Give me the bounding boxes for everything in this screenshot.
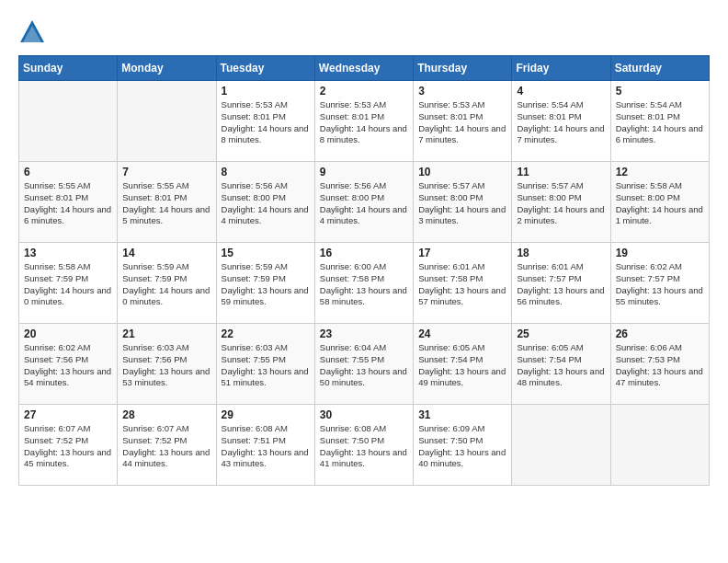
calendar-cell: 4Sunrise: 5:54 AM Sunset: 8:01 PM Daylig… xyxy=(512,81,610,162)
calendar-cell: 3Sunrise: 5:53 AM Sunset: 8:01 PM Daylig… xyxy=(414,81,512,162)
day-number: 24 xyxy=(418,327,506,340)
day-info: Sunrise: 6:02 AM Sunset: 7:57 PM Dayligh… xyxy=(616,261,704,308)
day-number: 9 xyxy=(320,166,408,178)
calendar-cell: 8Sunrise: 5:56 AM Sunset: 8:00 PM Daylig… xyxy=(216,162,314,243)
day-info: Sunrise: 5:56 AM Sunset: 8:00 PM Dayligh… xyxy=(320,180,408,227)
day-number: 20 xyxy=(24,327,112,340)
weekday-header-sunday: Sunday xyxy=(19,56,118,81)
calendar-cell: 12Sunrise: 5:58 AM Sunset: 8:00 PM Dayli… xyxy=(610,162,709,243)
day-info: Sunrise: 5:53 AM Sunset: 8:01 PM Dayligh… xyxy=(222,99,310,146)
day-info: Sunrise: 6:06 AM Sunset: 7:53 PM Dayligh… xyxy=(616,342,704,389)
calendar-cell: 10Sunrise: 5:57 AM Sunset: 8:00 PM Dayli… xyxy=(414,162,512,243)
day-info: Sunrise: 6:03 AM Sunset: 7:56 PM Dayligh… xyxy=(122,342,210,389)
day-number: 12 xyxy=(616,166,704,178)
day-number: 26 xyxy=(616,327,704,340)
day-info: Sunrise: 6:07 AM Sunset: 7:52 PM Dayligh… xyxy=(24,423,112,470)
day-number: 29 xyxy=(222,408,310,421)
calendar-cell: 29Sunrise: 6:08 AM Sunset: 7:51 PM Dayli… xyxy=(216,405,314,486)
day-number: 18 xyxy=(517,247,605,259)
day-info: Sunrise: 5:56 AM Sunset: 8:00 PM Dayligh… xyxy=(222,180,310,227)
day-number: 30 xyxy=(320,408,408,421)
week-row-4: 20Sunrise: 6:02 AM Sunset: 7:56 PM Dayli… xyxy=(19,324,710,405)
day-number: 4 xyxy=(517,85,605,98)
calendar-cell: 16Sunrise: 6:00 AM Sunset: 7:58 PM Dayli… xyxy=(314,243,413,324)
calendar-table: SundayMondayTuesdayWednesdayThursdayFrid… xyxy=(18,55,710,486)
day-info: Sunrise: 5:53 AM Sunset: 8:01 PM Dayligh… xyxy=(418,99,506,146)
week-row-3: 13Sunrise: 5:58 AM Sunset: 7:59 PM Dayli… xyxy=(19,243,710,324)
weekday-header-monday: Monday xyxy=(118,56,216,81)
day-info: Sunrise: 6:03 AM Sunset: 7:55 PM Dayligh… xyxy=(222,342,310,389)
calendar-cell: 18Sunrise: 6:01 AM Sunset: 7:57 PM Dayli… xyxy=(512,243,610,324)
calendar-cell: 2Sunrise: 5:53 AM Sunset: 8:01 PM Daylig… xyxy=(314,81,413,162)
week-row-5: 27Sunrise: 6:07 AM Sunset: 7:52 PM Dayli… xyxy=(19,405,710,486)
day-info: Sunrise: 6:04 AM Sunset: 7:55 PM Dayligh… xyxy=(320,342,408,389)
day-info: Sunrise: 6:01 AM Sunset: 7:58 PM Dayligh… xyxy=(418,261,506,308)
day-info: Sunrise: 5:55 AM Sunset: 8:01 PM Dayligh… xyxy=(122,180,210,227)
calendar-cell: 9Sunrise: 5:56 AM Sunset: 8:00 PM Daylig… xyxy=(314,162,413,243)
day-info: Sunrise: 6:08 AM Sunset: 7:50 PM Dayligh… xyxy=(320,423,408,470)
calendar-cell: 22Sunrise: 6:03 AM Sunset: 7:55 PM Dayli… xyxy=(216,324,314,405)
day-number: 2 xyxy=(320,85,408,98)
calendar-cell: 23Sunrise: 6:04 AM Sunset: 7:55 PM Dayli… xyxy=(314,324,413,405)
week-row-2: 6Sunrise: 5:55 AM Sunset: 8:01 PM Daylig… xyxy=(19,162,710,243)
day-info: Sunrise: 5:54 AM Sunset: 8:01 PM Dayligh… xyxy=(517,99,605,146)
day-number: 17 xyxy=(418,247,506,259)
calendar-cell: 24Sunrise: 6:05 AM Sunset: 7:54 PM Dayli… xyxy=(414,324,512,405)
day-number: 1 xyxy=(222,85,310,98)
day-number: 16 xyxy=(320,247,408,259)
weekday-header-saturday: Saturday xyxy=(610,56,709,81)
calendar-cell: 30Sunrise: 6:08 AM Sunset: 7:50 PM Dayli… xyxy=(314,405,413,486)
weekday-header-row: SundayMondayTuesdayWednesdayThursdayFrid… xyxy=(19,56,710,81)
day-number: 31 xyxy=(418,408,506,421)
logo-icon xyxy=(18,18,46,46)
day-number: 15 xyxy=(222,247,310,259)
calendar-cell: 14Sunrise: 5:59 AM Sunset: 7:59 PM Dayli… xyxy=(118,243,216,324)
calendar-cell xyxy=(118,81,216,162)
day-info: Sunrise: 5:59 AM Sunset: 7:59 PM Dayligh… xyxy=(222,261,310,308)
calendar-cell: 19Sunrise: 6:02 AM Sunset: 7:57 PM Dayli… xyxy=(610,243,709,324)
calendar-cell: 11Sunrise: 5:57 AM Sunset: 8:00 PM Dayli… xyxy=(512,162,610,243)
calendar-cell xyxy=(19,81,118,162)
calendar-cell: 31Sunrise: 6:09 AM Sunset: 7:50 PM Dayli… xyxy=(414,405,512,486)
day-number: 25 xyxy=(517,327,605,340)
day-number: 14 xyxy=(122,247,210,259)
day-info: Sunrise: 6:08 AM Sunset: 7:51 PM Dayligh… xyxy=(222,423,310,470)
calendar-cell xyxy=(610,405,709,486)
page-header xyxy=(18,18,710,46)
day-number: 5 xyxy=(616,85,704,98)
logo xyxy=(18,18,50,46)
day-number: 3 xyxy=(418,85,506,98)
calendar-cell: 17Sunrise: 6:01 AM Sunset: 7:58 PM Dayli… xyxy=(414,243,512,324)
calendar-cell: 1Sunrise: 5:53 AM Sunset: 8:01 PM Daylig… xyxy=(216,81,314,162)
day-number: 28 xyxy=(122,408,210,421)
day-info: Sunrise: 5:59 AM Sunset: 7:59 PM Dayligh… xyxy=(122,261,210,308)
day-number: 27 xyxy=(24,408,112,421)
calendar-cell: 13Sunrise: 5:58 AM Sunset: 7:59 PM Dayli… xyxy=(19,243,118,324)
day-info: Sunrise: 6:02 AM Sunset: 7:56 PM Dayligh… xyxy=(24,342,112,389)
day-number: 6 xyxy=(24,166,112,178)
calendar-cell: 21Sunrise: 6:03 AM Sunset: 7:56 PM Dayli… xyxy=(118,324,216,405)
day-number: 19 xyxy=(616,247,704,259)
weekday-header-tuesday: Tuesday xyxy=(216,56,314,81)
day-info: Sunrise: 5:57 AM Sunset: 8:00 PM Dayligh… xyxy=(517,180,605,227)
day-number: 11 xyxy=(517,166,605,178)
weekday-header-wednesday: Wednesday xyxy=(314,56,413,81)
day-info: Sunrise: 6:01 AM Sunset: 7:57 PM Dayligh… xyxy=(517,261,605,308)
day-info: Sunrise: 6:05 AM Sunset: 7:54 PM Dayligh… xyxy=(418,342,506,389)
day-info: Sunrise: 6:09 AM Sunset: 7:50 PM Dayligh… xyxy=(418,423,506,470)
day-info: Sunrise: 5:55 AM Sunset: 8:01 PM Dayligh… xyxy=(24,180,112,227)
calendar-cell: 15Sunrise: 5:59 AM Sunset: 7:59 PM Dayli… xyxy=(216,243,314,324)
calendar-cell xyxy=(512,405,610,486)
calendar-cell: 7Sunrise: 5:55 AM Sunset: 8:01 PM Daylig… xyxy=(118,162,216,243)
day-number: 8 xyxy=(222,166,310,178)
calendar-cell: 25Sunrise: 6:05 AM Sunset: 7:54 PM Dayli… xyxy=(512,324,610,405)
calendar-cell: 27Sunrise: 6:07 AM Sunset: 7:52 PM Dayli… xyxy=(19,405,118,486)
day-number: 23 xyxy=(320,327,408,340)
day-number: 7 xyxy=(122,166,210,178)
day-number: 21 xyxy=(122,327,210,340)
day-info: Sunrise: 5:57 AM Sunset: 8:00 PM Dayligh… xyxy=(418,180,506,227)
weekday-header-thursday: Thursday xyxy=(414,56,512,81)
day-info: Sunrise: 5:58 AM Sunset: 8:00 PM Dayligh… xyxy=(616,180,704,227)
day-number: 13 xyxy=(24,247,112,259)
calendar-cell: 5Sunrise: 5:54 AM Sunset: 8:01 PM Daylig… xyxy=(610,81,709,162)
